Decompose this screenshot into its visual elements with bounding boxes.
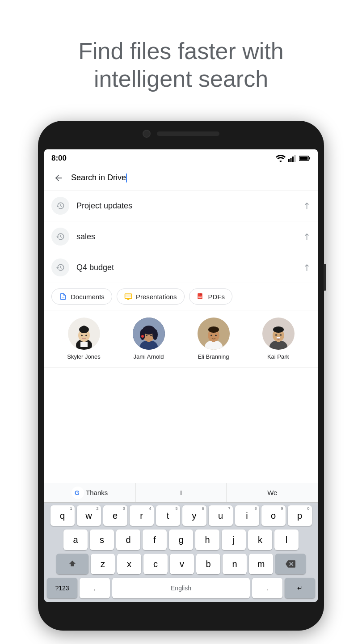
svg-rect-1: [290, 158, 292, 162]
key-comma[interactable]: ,: [80, 578, 110, 598]
key-t-number: 5: [175, 506, 177, 511]
battery-icon: [299, 155, 311, 161]
key-return[interactable]: ↵: [285, 578, 315, 598]
key-v[interactable]: v: [170, 554, 194, 574]
svg-point-17: [81, 326, 87, 331]
key-m[interactable]: m: [249, 554, 273, 574]
camera: [143, 130, 151, 138]
chip-documents[interactable]: Documents: [51, 288, 112, 305]
key-a[interactable]: a: [63, 530, 88, 550]
key-shift[interactable]: [56, 554, 88, 574]
key-symbol[interactable]: ?123: [47, 578, 77, 598]
key-e[interactable]: 3e: [103, 505, 127, 526]
svg-point-35: [210, 335, 212, 336]
key-n[interactable]: n: [223, 554, 247, 574]
svg-point-25: [140, 329, 145, 340]
person-skyler[interactable]: Skyler Jones: [51, 318, 116, 360]
search-input[interactable]: Search in Drive: [71, 173, 311, 182]
person-jami-name: Jami Arnold: [134, 353, 164, 360]
history-icon-2: [51, 228, 69, 246]
headline-text: Find files faster with intelligent searc…: [51, 37, 311, 93]
key-c[interactable]: c: [143, 554, 168, 574]
key-t[interactable]: 5t: [156, 505, 180, 526]
key-space[interactable]: English: [112, 578, 250, 598]
suggestion-item-3[interactable]: Q4 budget ↗: [44, 252, 318, 283]
key-o[interactable]: 9o: [261, 505, 286, 526]
status-time: 8:00: [51, 154, 67, 163]
key-q[interactable]: 1q: [51, 505, 75, 526]
key-x[interactable]: x: [117, 554, 141, 574]
svg-point-41: [273, 326, 284, 333]
svg-point-34: [208, 326, 219, 333]
svg-rect-13: [80, 342, 88, 347]
search-bar[interactable]: Search in Drive: [44, 165, 318, 191]
key-b[interactable]: b: [196, 554, 220, 574]
key-e-number: 3: [122, 506, 125, 511]
svg-text:G: G: [75, 489, 80, 496]
keyboard-suggestion-3[interactable]: We: [227, 483, 318, 502]
svg-point-27: [146, 335, 147, 336]
key-l[interactable]: l: [274, 530, 299, 550]
key-row-3: z x c v b n m: [47, 554, 315, 574]
key-period[interactable]: .: [252, 578, 282, 598]
person-kai[interactable]: Kai Park: [246, 318, 311, 360]
key-w-number: 2: [96, 506, 98, 511]
person-eli[interactable]: Eli Branning: [181, 318, 246, 360]
filter-chips: Documents Presentations PDF PDFs: [44, 283, 318, 310]
key-h[interactable]: h: [195, 530, 219, 550]
key-d[interactable]: d: [116, 530, 140, 550]
key-s[interactable]: s: [90, 530, 114, 550]
chip-pdfs[interactable]: PDF PDFs: [189, 288, 233, 305]
keyboard-area: G Thanks I We 1q 2w 3e: [44, 483, 318, 602]
key-g[interactable]: g: [169, 530, 193, 550]
key-row-1: 1q 2w 3e 4r 5t 6y 7u 8i 9o 0p: [47, 505, 315, 526]
svg-point-19: [85, 335, 87, 336]
signal-icon: [288, 155, 296, 162]
svg-point-18: [81, 335, 83, 336]
person-skyler-name: Skyler Jones: [67, 353, 100, 360]
key-p-number: 0: [307, 506, 309, 511]
avatar-kai: [262, 318, 295, 350]
back-button[interactable]: [51, 171, 66, 185]
google-logo: G: [72, 487, 84, 499]
key-z[interactable]: z: [91, 554, 115, 574]
key-r[interactable]: 4r: [130, 505, 154, 526]
history-icon-1: [51, 197, 69, 215]
svg-point-45: [279, 335, 282, 336]
keyboard-suggestion-1[interactable]: G Thanks: [44, 483, 135, 502]
svg-point-36: [215, 335, 217, 336]
svg-rect-2: [292, 157, 294, 162]
headline-area: Find files faster with intelligent searc…: [0, 0, 362, 130]
suggestion-text-1: Project updates: [76, 201, 303, 211]
phone-screen: 8:00: [44, 149, 318, 602]
history-icon-3: [51, 258, 69, 276]
status-icons: [276, 155, 311, 162]
key-k[interactable]: k: [248, 530, 272, 550]
chip-presentations[interactable]: Presentations: [117, 288, 185, 305]
svg-text:PDF: PDF: [198, 297, 202, 299]
key-i[interactable]: 8i: [235, 505, 259, 526]
suggestion-text-3: Q4 budget: [76, 263, 303, 272]
key-delete[interactable]: [275, 554, 306, 574]
key-j[interactable]: j: [222, 530, 246, 550]
svg-rect-3: [295, 155, 296, 162]
keyboard-suggestion-text-3: We: [267, 489, 277, 496]
suggestion-item-2[interactable]: sales ↗: [44, 221, 318, 252]
svg-rect-0: [288, 159, 290, 162]
key-y[interactable]: 6y: [182, 505, 206, 526]
keyboard-suggestion-2[interactable]: I: [135, 483, 227, 502]
people-row: Skyler Jones: [44, 310, 318, 368]
suggestion-item-1[interactable]: Project updates ↗: [44, 191, 318, 221]
key-u[interactable]: 7u: [209, 505, 233, 526]
keyboard-suggestion-text-1: Thanks: [86, 489, 108, 496]
svg-point-29: [141, 335, 144, 338]
suggestions-list: Project updates ↗ sales ↗ Q4 budget ↗: [44, 191, 318, 283]
svg-point-44: [275, 335, 277, 336]
key-p[interactable]: 0p: [288, 505, 312, 526]
key-w[interactable]: 2w: [77, 505, 101, 526]
person-jami[interactable]: Jami Arnold: [116, 318, 181, 360]
key-r-number: 4: [149, 506, 151, 511]
search-placeholder: Search in Drive: [71, 173, 126, 182]
key-f[interactable]: f: [143, 530, 167, 550]
svg-rect-6: [300, 157, 308, 160]
